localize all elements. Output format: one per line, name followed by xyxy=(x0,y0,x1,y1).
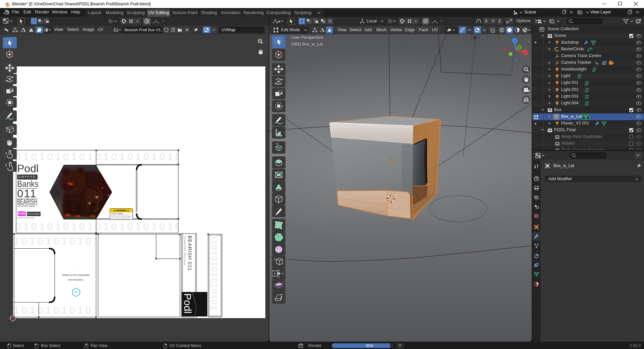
svg-text:NFT: NFT xyxy=(74,291,79,294)
svg-text:Y: Y xyxy=(519,46,521,49)
svg-text:X: X xyxy=(524,51,526,54)
svg-text:Z: Z xyxy=(514,39,516,43)
